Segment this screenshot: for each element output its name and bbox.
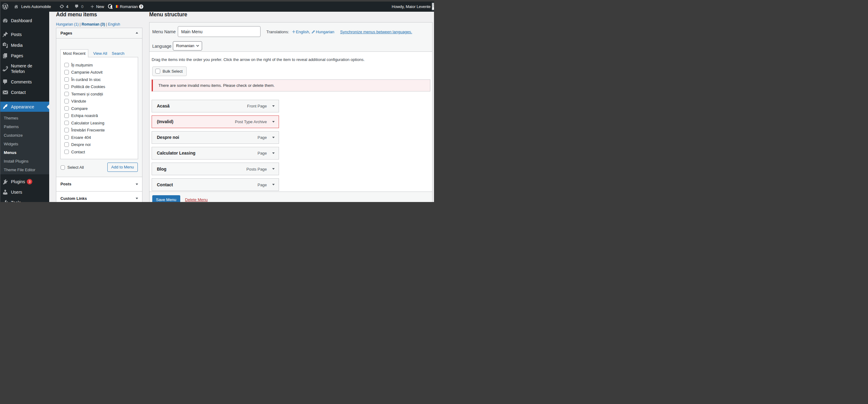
menu-item-calculator-leasing[interactable]: Calculator Leasing Page <box>152 147 279 160</box>
menu-item-blog[interactable]: Blog Posts Page <box>152 163 279 175</box>
page-checkbox-row[interactable]: Echipa noastră <box>64 112 138 119</box>
page-checkbox-row[interactable]: Întrebări Frecvente <box>64 126 138 134</box>
checkbox[interactable] <box>64 77 69 82</box>
sidebar-item-dashboard[interactable]: Dashboard <box>0 16 49 26</box>
checkbox[interactable] <box>64 84 69 89</box>
expand-arrow-icon[interactable] <box>136 183 138 186</box>
admin-bar: Levis Automobile 4 0 New Romanian ? Howd… <box>0 2 434 12</box>
submenu-patterns[interactable]: Patterns <box>0 122 49 131</box>
edit-hungarian-translation-link[interactable]: Hungarian <box>311 30 334 34</box>
add-english-translation-link[interactable]: English <box>291 30 309 34</box>
menu-header: Menu Name Translations: English, Hungari… <box>150 23 432 52</box>
checkbox[interactable] <box>64 113 69 118</box>
sidebar-item-tools[interactable]: Tools <box>0 197 49 202</box>
page-checkbox-row[interactable]: Calculator Leasing <box>64 119 138 126</box>
language-filter-links: Hungarian (1) | Romanian (3) | English <box>56 22 120 27</box>
sidebar-item-posts[interactable]: Posts <box>0 29 49 40</box>
updates-menu[interactable]: 4 <box>59 4 68 9</box>
tab-view-all[interactable]: View All <box>93 49 107 57</box>
add-to-menu-button[interactable]: Add to Menu <box>107 163 137 172</box>
tab-most-recent[interactable]: Most Recent <box>60 49 88 57</box>
comments-menu[interactable]: 0 <box>74 4 83 9</box>
delete-menu-link[interactable]: Delete Menu <box>185 197 208 202</box>
custom-links-section-header[interactable]: Custom Links <box>56 192 142 202</box>
menu-item-invalid[interactable]: (Invalid) Post Type Archive <box>152 115 279 128</box>
menu-name-input[interactable] <box>178 26 260 37</box>
item-expand-arrow-icon[interactable] <box>272 168 275 171</box>
checkbox[interactable] <box>64 92 69 96</box>
submenu-install-plugins[interactable]: Install Plugins <box>0 157 49 166</box>
account-menu[interactable]: Howdy, Maior Levente <box>392 4 431 9</box>
wordpress-logo-menu[interactable] <box>2 3 8 9</box>
sidebar-item-pages[interactable]: Pages <box>0 51 49 61</box>
pages-section-header[interactable]: Pages <box>56 28 142 38</box>
item-expand-arrow-icon[interactable] <box>272 137 275 140</box>
sidebar-item-comments[interactable]: Comments <box>0 77 49 87</box>
sidebar-item-contact[interactable]: Contact <box>0 87 49 97</box>
checkbox[interactable] <box>64 106 69 111</box>
page-checkbox-row[interactable]: Compare <box>64 105 138 112</box>
help-icon[interactable]: ? <box>139 4 143 9</box>
item-expand-arrow-icon[interactable] <box>272 152 275 155</box>
checkbox[interactable] <box>64 150 69 154</box>
page-checkbox-row[interactable]: Eroare 404 <box>64 134 138 141</box>
page-checkbox-row[interactable]: Îți mulțumim <box>64 61 138 69</box>
pages-section-body: Most Recent View All Search Îți mulțumim… <box>56 38 142 177</box>
language-switcher[interactable]: Romanian ? <box>115 4 143 9</box>
bulk-select-toggle[interactable]: Bulk Select <box>152 66 187 76</box>
site-name: Levis Automobile <box>21 4 51 9</box>
add-menu-items-title: Add menu items <box>56 12 97 18</box>
avatar[interactable] <box>432 3 434 10</box>
checkbox[interactable] <box>64 121 69 125</box>
site-name-menu[interactable]: Levis Automobile <box>14 4 51 9</box>
select-all-checkbox[interactable] <box>61 165 65 170</box>
menu-item-acasa[interactable]: Acasă Front Page <box>152 100 279 112</box>
language-select[interactable]: Romanian <box>173 41 203 51</box>
page-checkbox-row[interactable]: Politică de Cookies <box>64 83 138 90</box>
submenu-theme-file-editor[interactable]: Theme File Editor <box>0 166 49 174</box>
home-icon <box>14 4 19 9</box>
submenu-themes[interactable]: Themes <box>0 114 49 122</box>
sidebar-item-numere-de-telefon[interactable]: Numere de Telefon <box>0 61 49 77</box>
lang-link-romanian[interactable]: Romanian (3) <box>82 22 105 27</box>
lang-link-hungarian[interactable]: Hungarian (1) <box>56 22 79 27</box>
collapse-arrow-icon[interactable] <box>136 31 138 34</box>
sidebar-item-media[interactable]: Media <box>0 40 49 51</box>
item-expand-arrow-icon[interactable] <box>272 121 275 124</box>
checkbox[interactable] <box>64 70 69 75</box>
sidebar-item-appearance[interactable]: Appearance <box>0 102 49 112</box>
tab-search[interactable]: Search <box>112 49 124 57</box>
menu-item-despre-noi[interactable]: Despre noi Page <box>152 131 279 144</box>
checkbox[interactable] <box>64 142 69 147</box>
submenu-menus[interactable]: Menus <box>0 148 49 157</box>
page-checkbox-row[interactable]: În curând în stoc <box>64 76 138 83</box>
checkbox[interactable] <box>64 63 69 67</box>
checkbox[interactable] <box>64 135 69 140</box>
sidebar-item-plugins[interactable]: Plugins3 <box>0 176 49 187</box>
item-expand-arrow-icon[interactable] <box>272 105 275 108</box>
lang-link-english[interactable]: English <box>108 22 120 27</box>
bulk-select-checkbox[interactable] <box>155 69 160 74</box>
page-checkbox-row[interactable]: Campanie Autovit <box>64 69 138 76</box>
wpml-menu[interactable] <box>107 4 113 9</box>
checkbox[interactable] <box>64 99 69 104</box>
expand-arrow-icon[interactable] <box>136 198 138 200</box>
checkbox[interactable] <box>64 128 69 133</box>
page-checkbox-row[interactable]: Vândute <box>64 97 138 105</box>
select-all-row[interactable]: Select All <box>61 165 84 170</box>
item-expand-arrow-icon[interactable] <box>272 184 275 186</box>
save-menu-button[interactable]: Save Menu <box>152 195 180 202</box>
menu-item-contact[interactable]: Contact Page <box>152 178 279 191</box>
submenu-widgets[interactable]: Widgets <box>0 140 49 148</box>
submenu-customize[interactable]: Customize <box>0 131 49 140</box>
page-checkbox-row[interactable]: Contact <box>64 148 138 155</box>
synchronize-menus-link[interactable]: Synchronize menus between languages. <box>340 30 412 34</box>
pages-section: Pages Most Recent View All Search Îți mu… <box>56 28 142 177</box>
invalid-items-notice: There are some invalid menu items. Pleas… <box>152 80 430 91</box>
sidebar-item-users[interactable]: Users <box>0 187 49 197</box>
comments-bubble-icon <box>2 79 8 85</box>
posts-section-header[interactable]: Posts <box>56 177 142 191</box>
page-checkbox-row[interactable]: Despre noi <box>64 141 138 148</box>
page-checkbox-row[interactable]: Termeni și condiții <box>64 90 138 97</box>
new-content-menu[interactable]: New <box>90 4 104 9</box>
